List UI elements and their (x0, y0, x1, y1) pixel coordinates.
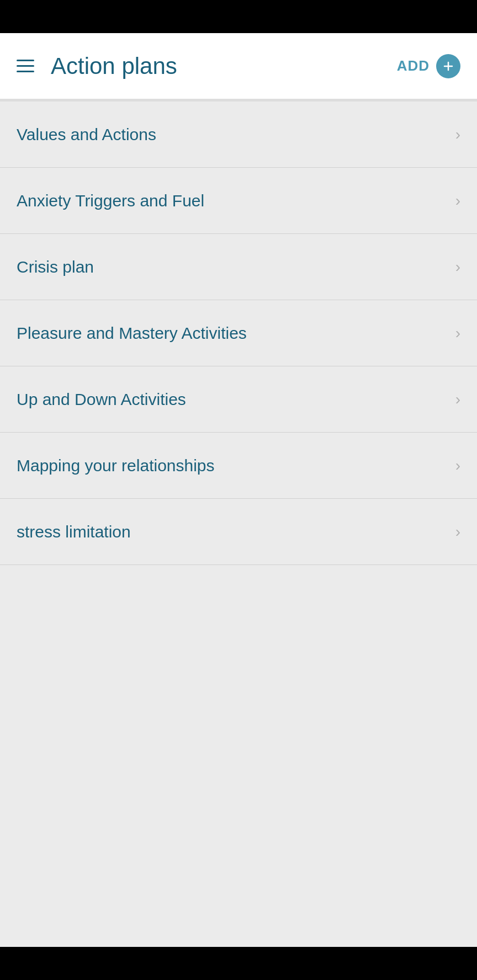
list-item-label: Up and Down Activities (17, 390, 186, 409)
list-item[interactable]: stress limitation › (0, 499, 477, 565)
hamburger-line-2 (17, 65, 34, 67)
list-item-label: Crisis plan (17, 258, 94, 276)
list-item-label: Anxiety Triggers and Fuel (17, 191, 204, 210)
list-item[interactable]: Values and Actions › (0, 102, 477, 168)
list-item[interactable]: Up and Down Activities › (0, 366, 477, 433)
list-item[interactable]: Pleasure and Mastery Activities › (0, 300, 477, 366)
status-bar (0, 0, 477, 33)
chevron-right-icon: › (455, 324, 460, 342)
add-label: ADD (397, 57, 430, 74)
chevron-right-icon: › (455, 126, 460, 143)
hamburger-line-3 (17, 71, 34, 72)
hamburger-line-1 (17, 60, 34, 61)
plus-icon (442, 60, 455, 73)
list-item[interactable]: Crisis plan › (0, 234, 477, 300)
chevron-right-icon: › (455, 192, 460, 210)
app-container: Action plans ADD Values and Actions › An… (0, 33, 477, 947)
chevron-right-icon: › (455, 391, 460, 408)
page-title: Action plans (51, 53, 177, 79)
chevron-right-icon: › (455, 258, 460, 276)
list-item[interactable]: Anxiety Triggers and Fuel › (0, 168, 477, 234)
bottom-bar (0, 947, 477, 980)
hamburger-menu-button[interactable] (17, 60, 34, 72)
list-item-label: Values and Actions (17, 125, 156, 144)
add-button[interactable] (436, 54, 460, 78)
chevron-right-icon: › (455, 523, 460, 541)
list-item-label: Mapping your relationships (17, 456, 215, 475)
list-item-label: Pleasure and Mastery Activities (17, 324, 247, 343)
header-right: ADD (397, 54, 460, 78)
list-item-label: stress limitation (17, 523, 131, 541)
action-plans-list: Values and Actions › Anxiety Triggers an… (0, 102, 477, 947)
list-item[interactable]: Mapping your relationships › (0, 433, 477, 499)
header: Action plans ADD (0, 33, 477, 99)
header-left: Action plans (17, 53, 177, 79)
chevron-right-icon: › (455, 457, 460, 475)
